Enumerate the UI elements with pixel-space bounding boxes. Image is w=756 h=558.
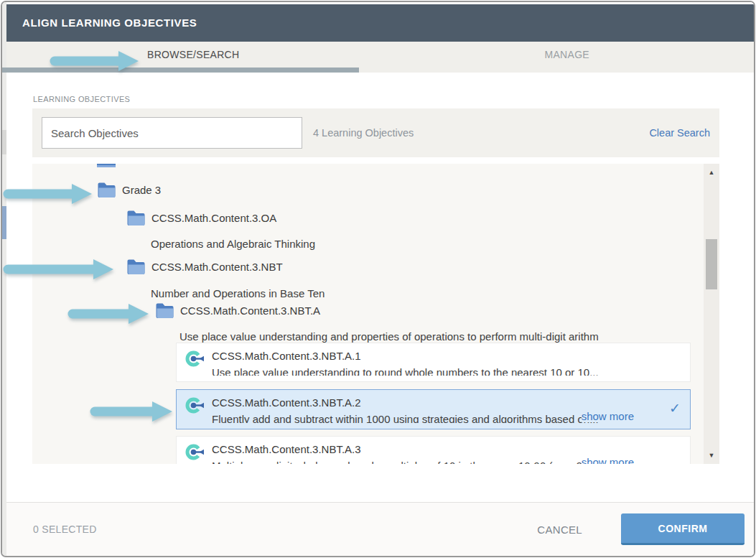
- scrollbar-thumb[interactable]: [706, 239, 717, 289]
- tree-node-label: Grade 3: [122, 184, 161, 196]
- objective-icon: [185, 396, 205, 415]
- objectives-tree: Grade 3 CCSS.Math.Content.3.OA Operation…: [32, 164, 719, 464]
- scrollbar-down-icon[interactable]: ▼: [704, 452, 719, 459]
- folder-icon: [126, 210, 146, 226]
- selected-count: 0 SELECTED: [33, 524, 97, 535]
- search-input[interactable]: [42, 117, 302, 149]
- tree-node-3-nbt[interactable]: CCSS.Math.Content.3.NBT: [126, 259, 283, 275]
- objective-icon: [185, 442, 205, 462]
- tree-node-description: Use place value understanding and proper…: [179, 330, 599, 343]
- tree-node-label: CCSS.Math.Content.3.NBT.A: [180, 304, 320, 317]
- dialog-title: ALIGN LEARNING OBJECTIVES: [6, 4, 754, 42]
- objective-icon: [185, 349, 205, 368]
- tree-node-label: CCSS.Math.Content.3.OA: [151, 212, 276, 224]
- tree-scrollbar: ▲ ▼: [704, 164, 719, 464]
- clear-search-link[interactable]: Clear Search: [649, 127, 710, 139]
- objective-description: Use place value understanding to round w…: [212, 366, 599, 376]
- cancel-button[interactable]: CANCEL: [537, 524, 582, 536]
- show-more-link[interactable]: show more: [582, 456, 634, 464]
- objective-card-3-nbt-a-2[interactable]: CCSS.Math.Content.3.NBT.A.2 Fluently add…: [176, 389, 691, 429]
- confirm-button[interactable]: CONFIRM: [621, 513, 745, 545]
- tree-node-description: Operations and Algebraic Thinking: [151, 238, 315, 250]
- objective-description: Multiply one-digit whole numbers by mult…: [212, 460, 592, 464]
- folder-icon: [97, 182, 116, 198]
- folder-icon: [155, 302, 174, 319]
- tree-node-description: Number and Operations in Base Ten: [151, 287, 325, 299]
- tree-node-label: CCSS.Math.Content.3.NBT: [151, 261, 283, 273]
- scrollbar-up-icon[interactable]: ▲: [704, 169, 719, 176]
- objectives-count: 4 Learning Objectives: [313, 127, 414, 139]
- tab-bar: BROWSE/SEARCH MANAGE: [6, 42, 754, 73]
- show-more-link[interactable]: show more: [582, 410, 634, 422]
- objective-code: CCSS.Math.Content.3.NBT.A.3: [212, 443, 592, 455]
- learning-objectives-label: LEARNING OBJECTIVES: [33, 95, 130, 103]
- tree-node-grade-3[interactable]: Grade 3: [97, 182, 161, 198]
- tab-manage[interactable]: MANAGE: [381, 42, 755, 73]
- dialog-footer: 0 SELECTED CANCEL CONFIRM: [6, 502, 754, 556]
- tree-node-3-oa[interactable]: CCSS.Math.Content.3.OA: [126, 210, 276, 226]
- dialog-window: ALIGN LEARNING OBJECTIVES BROWSE/SEARCH …: [1, 1, 755, 557]
- align-learning-objectives-dialog: ALIGN LEARNING OBJECTIVES BROWSE/SEARCH …: [6, 2, 754, 556]
- selected-check-icon: ✓: [669, 400, 681, 417]
- clipped-folder-icon: [97, 164, 116, 167]
- active-tab-indicator: [2, 68, 359, 73]
- folder-icon: [126, 259, 146, 275]
- objective-description: Fluently add and subtract within 1000 us…: [212, 413, 599, 423]
- objective-code: CCSS.Math.Content.3.NBT.A.2: [212, 396, 599, 409]
- tree-node-3-nbt-a[interactable]: CCSS.Math.Content.3.NBT.A: [155, 302, 320, 319]
- browse-search-panel: LEARNING OBJECTIVES 4 Learning Objective…: [6, 73, 754, 502]
- objective-card-3-nbt-a-3[interactable]: CCSS.Math.Content.3.NBT.A.3 Multiply one…: [176, 436, 691, 464]
- objective-card-3-nbt-a-1[interactable]: CCSS.Math.Content.3.NBT.A.1 Use place va…: [176, 343, 691, 382]
- objective-code: CCSS.Math.Content.3.NBT.A.1: [212, 350, 599, 362]
- search-section: 4 Learning Objectives Clear Search: [32, 108, 719, 157]
